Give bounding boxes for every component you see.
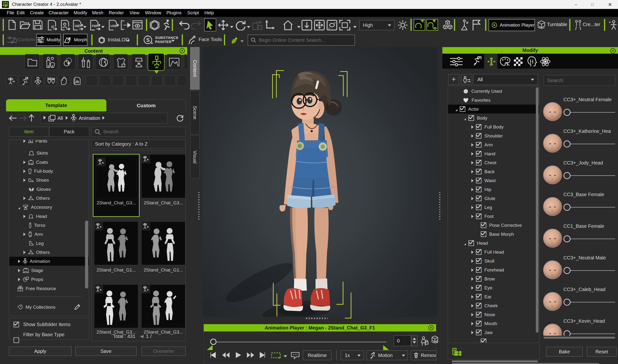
svg-text:USD: USD [110,24,117,28]
svg-text:CC1_Base Female: CC1_Base Female [563,223,604,229]
svg-text:S: S [146,37,150,43]
svg-text:CC3+_Katherine_Hea: CC3+_Katherine_Hea [563,129,611,134]
svg-text:FBX: FBX [92,24,98,28]
svg-text:OBJ: OBJ [75,24,81,28]
svg-text:CC3+_Neutral Male: CC3+_Neutral Male [563,255,606,261]
svg-text:CC3_Base Female: CC3_Base Female [563,192,604,197]
svg-text:CC3+_Caleb_Head: CC3+_Caleb_Head [563,287,605,292]
svg-text:CC3+_Kevin_Head: CC3+_Kevin_Head [563,318,605,324]
svg-text:CC3+_Neutral Female: CC3+_Neutral Female [563,97,612,103]
svg-text:CC3+_Jody_Head: CC3+_Jody_Head [563,160,603,166]
svg-text:IC: IC [51,25,55,29]
